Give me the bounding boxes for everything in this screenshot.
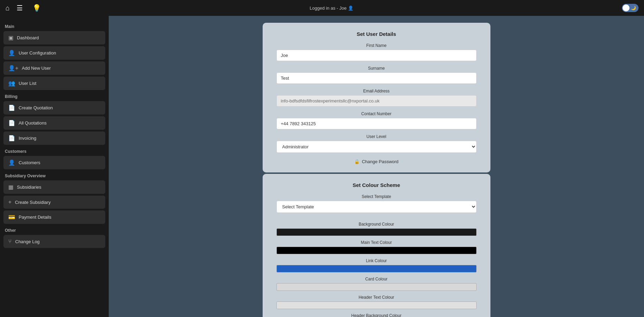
header-background-colour-label: Header Background Colour	[276, 313, 477, 317]
select-template-row: Select Template Select TemplateDefaultDa…	[276, 194, 477, 218]
invoicing-label: Invoicing	[19, 136, 36, 141]
user-configuration-icon: 👤	[8, 50, 15, 56]
sidebar-item-subsidiaries[interactable]: ▦Subsidiaries	[3, 180, 105, 194]
sidebar-item-all-quotations[interactable]: 📄All Quotations	[3, 116, 105, 130]
logged-in-text: Logged in as - Joe 👤	[310, 6, 353, 11]
email-label: Email Address	[276, 89, 477, 93]
contact-input[interactable]	[276, 118, 477, 129]
link-colour-row: Link Colour	[276, 258, 477, 273]
moon-icon: 🌙	[631, 6, 636, 10]
user-list-icon: 👥	[8, 80, 15, 87]
main-text-colour-row: Main Text Colour	[276, 240, 477, 254]
sidebar-item-create-subsidiary[interactable]: +Create Subsidiary	[3, 196, 105, 209]
header-text-colour-label: Header Text Colour	[276, 295, 477, 300]
sidebar-item-user-configuration[interactable]: 👤User Configuration	[3, 46, 105, 60]
top-bar-left: ⌂ ☰ 💡	[6, 4, 41, 12]
sidebar-item-customers[interactable]: 👤Customers	[3, 156, 105, 169]
user-level-label: User Level	[276, 134, 477, 139]
main-layout: Main▣Dashboard👤User Configuration👤+Add N…	[0, 16, 644, 317]
hamburger-icon[interactable]: ☰	[17, 4, 23, 12]
create-quotation-icon: 📄	[8, 105, 15, 111]
sidebar-section-label-billing: Billing	[5, 94, 105, 99]
background-colour-bar[interactable]	[276, 228, 477, 236]
bulb-icon[interactable]: 💡	[32, 4, 41, 12]
create-subsidiary-label: Create Subsidiary	[15, 200, 50, 205]
sidebar-item-payment-details[interactable]: 💳Payment Details	[3, 210, 105, 224]
sidebar-item-invoicing[interactable]: 📄Invoicing	[3, 131, 105, 145]
payment-details-icon: 💳	[8, 214, 15, 220]
invoicing-icon: 📄	[8, 135, 15, 141]
create-quotation-label: Create Quotation	[19, 105, 53, 110]
top-bar: ⌂ ☰ 💡 Logged in as - Joe 👤 🌙	[0, 0, 644, 16]
dark-mode-toggle[interactable]: 🌙	[622, 4, 638, 12]
sidebar-item-add-new-user[interactable]: 👤+Add New User	[3, 61, 105, 75]
sidebar: Main▣Dashboard👤User Configuration👤+Add N…	[0, 16, 109, 317]
lock-icon: 🔒	[354, 159, 360, 164]
background-colour-row: Background Colour	[276, 222, 477, 236]
user-level-select[interactable]: AdministratorUserViewer	[276, 141, 477, 153]
sidebar-item-dashboard[interactable]: ▣Dashboard	[3, 31, 105, 44]
sidebar-item-user-list[interactable]: 👥User List	[3, 77, 105, 90]
sidebar-section-label-other: Other	[5, 228, 105, 233]
card-colour-label: Card Colour	[276, 277, 477, 281]
user-details-title: Set User Details	[276, 31, 477, 37]
first-name-input[interactable]	[276, 50, 477, 61]
template-select[interactable]: Select TemplateDefaultDarkLight	[276, 201, 477, 213]
user-list-label: User List	[19, 81, 36, 86]
sidebar-section-label-subsidiary-overview: Subsidiary Overview	[5, 174, 105, 178]
colour-scheme-card: Set Colour Scheme Select Template Select…	[263, 174, 490, 317]
card-colour-row: Card Colour	[276, 277, 477, 291]
header-background-colour-row: Header Background Colour	[276, 313, 477, 317]
card-colour-bar[interactable]	[276, 283, 477, 291]
link-colour-bar[interactable]	[276, 265, 477, 273]
create-subsidiary-icon: +	[8, 199, 11, 205]
first-name-label: First Name	[276, 43, 477, 48]
main-text-colour-bar[interactable]	[276, 247, 477, 254]
select-template-label: Select Template	[276, 194, 477, 199]
header-text-colour-bar[interactable]	[276, 301, 477, 309]
change-log-icon: ⑂	[8, 238, 12, 245]
customers-icon: 👤	[8, 159, 15, 166]
email-input	[276, 95, 477, 107]
sidebar-item-create-quotation[interactable]: 📄Create Quotation	[3, 101, 105, 115]
subsidiaries-label: Subsidiaries	[17, 185, 41, 190]
colour-scheme-title: Set Colour Scheme	[276, 182, 477, 188]
customers-label: Customers	[19, 160, 40, 165]
header-text-colour-row: Header Text Colour	[276, 295, 477, 309]
sidebar-section-label-main: Main	[5, 24, 105, 29]
add-new-user-icon: 👤+	[8, 65, 18, 71]
user-configuration-label: User Configuration	[19, 50, 56, 56]
surname-label: Surname	[276, 66, 477, 71]
change-password-button[interactable]: 🔒 Change Password	[276, 159, 477, 164]
content-area: Set User Details First Name Surname Emai…	[109, 16, 644, 317]
home-icon[interactable]: ⌂	[6, 4, 10, 12]
toggle-knob	[623, 4, 630, 11]
change-password-label: Change Password	[362, 159, 398, 164]
dashboard-label: Dashboard	[17, 35, 39, 40]
payment-details-label: Payment Details	[19, 215, 51, 220]
dashboard-icon: ▣	[8, 34, 13, 41]
all-quotations-icon: 📄	[8, 120, 15, 126]
sidebar-section-label-customers: Customers	[5, 149, 105, 154]
user-details-card: Set User Details First Name Surname Emai…	[263, 23, 490, 172]
background-colour-label: Background Colour	[276, 222, 477, 227]
change-log-label: Change Log	[15, 239, 40, 244]
top-bar-right: 🌙	[622, 4, 638, 12]
main-text-colour-label: Main Text Colour	[276, 240, 477, 245]
subsidiaries-icon: ▦	[8, 184, 13, 190]
sidebar-item-change-log[interactable]: ⑂Change Log	[3, 235, 105, 248]
user-account-icon: 👤	[348, 6, 353, 11]
add-new-user-label: Add New User	[22, 66, 51, 71]
link-colour-label: Link Colour	[276, 258, 477, 263]
surname-input[interactable]	[276, 72, 477, 84]
contact-label: Contact Number	[276, 111, 477, 116]
all-quotations-label: All Quotations	[19, 120, 47, 126]
